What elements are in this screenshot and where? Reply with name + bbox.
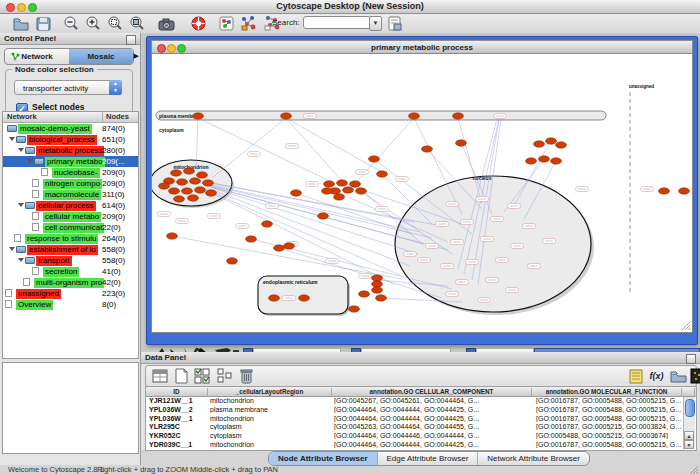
zoom-selected-icon[interactable] (106, 15, 124, 32)
search-dropdown-arrow-icon[interactable]: ▼ (369, 16, 382, 31)
network-node[interactable] (350, 181, 361, 187)
table-row[interactable]: YPL036W__1mitochondrion[GO:0044464, GO:0… (146, 415, 696, 424)
network-node[interactable] (539, 156, 550, 162)
tree-row-nitrogen-compo[interactable]: nitrogen compo209(0) (3, 178, 138, 189)
table-cell[interactable]: YJR121W__1 (149, 397, 205, 404)
network-node[interactable] (369, 156, 380, 162)
unselect-attributes-icon[interactable] (216, 368, 233, 384)
node-label-pill[interactable] (356, 170, 369, 175)
network-node[interactable] (184, 168, 195, 174)
table-cell[interactable]: cytoplasm (210, 432, 330, 439)
node-label-pill[interactable] (456, 280, 469, 285)
save-session-icon[interactable] (35, 15, 53, 32)
node-label-pill[interactable] (506, 288, 519, 293)
node-label-pill[interactable] (446, 292, 459, 297)
tree-row-response-to-stimulu[interactable]: response to stimulu264(0) (3, 233, 138, 244)
table-cell[interactable]: [GO:0044464, GO:0044446, GO:0044444, G..… (334, 432, 529, 439)
tree-row-secretion[interactable]: secretion41(0) (3, 266, 138, 277)
network-node[interactable] (372, 281, 383, 287)
snapshot-icon[interactable] (158, 15, 176, 32)
network-node[interactable] (159, 183, 170, 189)
network-node[interactable] (376, 295, 387, 301)
tree-row-cellular-process[interactable]: cellular process614(0) (3, 200, 138, 211)
tree-row-overview[interactable]: Overview8(0) (3, 299, 138, 310)
search-input[interactable] (303, 16, 371, 29)
node-label-pill[interactable] (476, 197, 489, 202)
tab-node-attribute-browser[interactable]: Node Attribute Browser (269, 452, 378, 465)
node-label-pill[interactable] (528, 264, 541, 269)
network-node[interactable] (322, 188, 333, 194)
network-node[interactable] (372, 275, 383, 281)
node-label-pill[interactable] (481, 237, 494, 242)
node-label-pill[interactable] (396, 177, 409, 182)
network-node[interactable] (262, 221, 273, 227)
new-attribute-icon[interactable] (173, 368, 190, 384)
network-node[interactable] (206, 190, 217, 196)
network-node[interactable] (679, 188, 690, 194)
table-cell[interactable]: [GO:0045267, GO:0045261, GO:0044464, G..… (334, 397, 529, 404)
network-node[interactable] (359, 291, 370, 297)
network-node[interactable] (174, 196, 185, 202)
zoom-view-button[interactable] (177, 44, 186, 53)
table-cell[interactable]: cytoplasm (210, 423, 330, 430)
tree-row-metabolic-process[interactable]: metabolic process280(0) (3, 145, 138, 156)
network-node[interactable] (246, 236, 257, 242)
disclosure-triangle-icon[interactable] (18, 148, 24, 152)
minimize-view-button[interactable] (167, 44, 176, 53)
disclosure-triangle-icon[interactable] (9, 137, 15, 141)
window-resize-grip-icon[interactable] (689, 465, 699, 474)
node-label-pill[interactable] (576, 187, 589, 192)
layout-1-icon[interactable] (240, 15, 258, 32)
network-view-window[interactable]: primary metabolic process plasma membran… (146, 36, 698, 345)
network-node[interactable] (343, 187, 354, 193)
tree-row-nucleobase-[interactable]: nucleobase-209(0) (3, 167, 138, 178)
network-node[interactable] (190, 178, 201, 184)
tree-row-primary-metabo[interactable]: primary metabo209(... (3, 156, 138, 167)
network-node[interactable] (177, 179, 188, 185)
table-cell[interactable]: [GO:0016787, GO:0005488, GO:0005215, G..… (536, 397, 684, 404)
scroll-down-icon[interactable]: ▼ (684, 440, 694, 449)
node-label-pill[interactable] (496, 258, 509, 263)
network-node[interactable] (422, 146, 433, 152)
network-node[interactable] (409, 113, 420, 119)
node-label-pill[interactable] (176, 219, 189, 224)
node-label-pill[interactable] (491, 217, 504, 222)
tree-row-biological-process[interactable]: biological_process651(0) (3, 134, 138, 145)
network-node[interactable] (171, 170, 182, 176)
network-node[interactable] (334, 194, 345, 200)
node-label-pill[interactable] (543, 239, 556, 244)
function-builder-icon[interactable]: f(x) (648, 368, 665, 384)
node-label-pill[interactable] (451, 240, 464, 245)
node-label-pill[interactable] (426, 244, 439, 249)
network-node[interactable] (188, 195, 199, 201)
canvas-resize-grip-icon[interactable] (682, 322, 690, 330)
network-edge[interactable] (209, 185, 432, 238)
notepad-icon[interactable] (628, 368, 645, 384)
table-cell[interactable]: [GO:0044464, GO:0044444, GO:0044425, G..… (334, 441, 529, 448)
network-node[interactable] (299, 295, 310, 301)
table-row[interactable]: YJR121W__1mitochondrion[GO:0045267, GO:0… (146, 397, 696, 406)
attribute-editor-icon[interactable] (152, 368, 169, 384)
network-node[interactable] (526, 158, 537, 164)
network-node[interactable] (284, 243, 295, 249)
node-label-pill[interactable] (466, 260, 479, 265)
table-row[interactable]: YLR295Ccytoplasm[GO:0045263, GO:0044464,… (146, 423, 696, 432)
table-cell[interactable]: [GO:0016787, GO:0005488, GO:0005215, G..… (536, 406, 684, 413)
network-node[interactable] (182, 188, 193, 194)
tree-row-cellular-metabo[interactable]: cellular metabo209(0) (3, 211, 138, 222)
network-node[interactable] (203, 180, 214, 186)
close-view-button[interactable] (157, 44, 166, 53)
table-cell[interactable]: YPL036W__1 (149, 415, 205, 422)
table-row[interactable]: YPL036W__2plasma membrane[GO:0044464, GO… (146, 406, 696, 415)
tree-header[interactable]: Network Nodes (3, 112, 138, 123)
node-color-dropdown[interactable]: transporter activity ▲▼ (14, 80, 122, 95)
network-node[interactable] (377, 171, 388, 177)
float-panel-icon[interactable] (686, 354, 696, 364)
disclosure-triangle-icon[interactable] (18, 203, 24, 207)
network-node[interactable] (193, 113, 204, 119)
node-label-pill[interactable] (306, 182, 319, 187)
node-label-pill[interactable] (494, 114, 507, 119)
network-node[interactable] (556, 142, 567, 148)
network-node[interactable] (456, 140, 467, 146)
network-node[interactable] (324, 181, 335, 187)
